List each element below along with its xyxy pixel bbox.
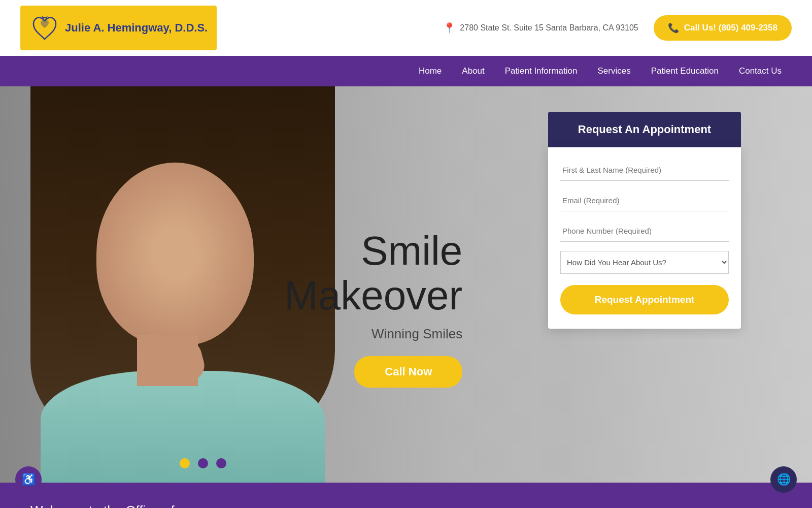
form-header: Request An Appointment <box>548 112 741 147</box>
nav-contact-us[interactable]: Contact Us <box>739 66 782 76</box>
email-input[interactable] <box>560 190 729 211</box>
appointment-form: Request An Appointment How Did You Hear … <box>548 112 741 329</box>
nav-home[interactable]: Home <box>419 66 442 76</box>
carousel-dot-3[interactable] <box>216 458 226 468</box>
hero-content: Smile Makeover Winning Smiles Call Now <box>284 229 462 388</box>
accessibility-icon: ♿ <box>22 473 36 486</box>
nav-about[interactable]: About <box>462 66 484 76</box>
bottom-bar: Welcome to the Office of <box>0 483 812 508</box>
welcome-text: Welcome to the Office of <box>30 503 175 509</box>
logo-icon <box>29 13 60 43</box>
top-bar: Julie A. Hemingway, D.D.S. 📍 2780 State … <box>0 0 812 56</box>
nav-patient-information[interactable]: Patient Information <box>505 66 578 76</box>
address-block: 📍 2780 State St. Suite 15 Santa Barbara,… <box>443 22 638 34</box>
nav-services[interactable]: Services <box>597 66 630 76</box>
pin-icon: 📍 <box>443 22 456 34</box>
carousel-dot-2[interactable] <box>198 458 208 468</box>
address-text: 2780 State St. Suite 15 Santa Barbara, C… <box>460 23 638 33</box>
globe-icon: 🌐 <box>777 473 791 486</box>
language-button[interactable]: 🌐 <box>770 466 797 493</box>
name-input[interactable] <box>560 160 729 181</box>
nav-bar: Home About Patient Information Services … <box>0 56 812 86</box>
call-label: Call Us! (805) 409-2358 <box>684 23 777 33</box>
hero-title-line2: Makeover <box>284 273 462 318</box>
logo: Julie A. Hemingway, D.D.S. <box>20 6 217 50</box>
svg-point-0 <box>43 17 46 20</box>
phone-icon: 📞 <box>668 22 679 34</box>
phone-input[interactable] <box>560 220 729 242</box>
carousel-dot-1[interactable] <box>180 458 190 468</box>
logo-text: Julie A. Hemingway, D.D.S. <box>65 21 208 36</box>
hero-title: Smile Makeover <box>284 229 462 318</box>
accessibility-button[interactable]: ♿ <box>15 466 42 493</box>
call-button[interactable]: 📞 Call Us! (805) 409-2358 <box>654 15 792 41</box>
top-right: 📍 2780 State St. Suite 15 Santa Barbara,… <box>443 15 792 41</box>
hero-section: Smile Makeover Winning Smiles Call Now R… <box>0 86 812 483</box>
hero-subtitle: Winning Smiles <box>284 326 462 342</box>
call-now-button[interactable]: Call Now <box>354 356 462 388</box>
form-body: How Did You Hear About Us? Google Friend… <box>548 147 741 329</box>
submit-button[interactable]: Request Appointment <box>560 285 729 314</box>
carousel-dots <box>180 458 226 468</box>
nav-patient-education[interactable]: Patient Education <box>651 66 719 76</box>
hear-about-select[interactable]: How Did You Hear About Us? Google Friend… <box>560 251 729 274</box>
hero-title-line1: Smile <box>361 228 462 273</box>
